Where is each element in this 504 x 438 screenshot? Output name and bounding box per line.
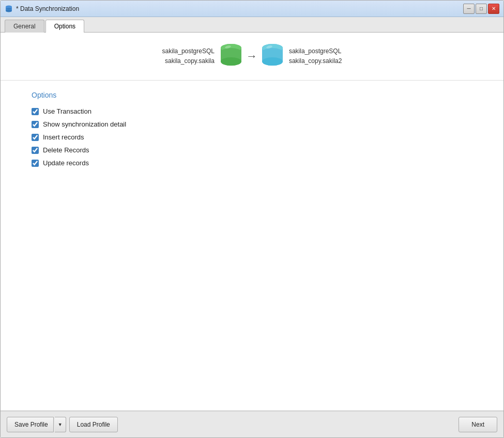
source-db-icon: [219, 43, 243, 70]
svg-point-4: [6, 9, 12, 12]
tab-options[interactable]: Options: [45, 20, 84, 33]
checkbox-row-delete-records: Delete Records: [32, 146, 472, 154]
checkbox-row-use-transaction: Use Transaction: [32, 107, 472, 115]
sync-arrow: →: [246, 50, 257, 63]
footer-left-buttons: Save Profile ▼ Load Profile: [7, 417, 118, 432]
title-bar-left: * Data Synchronization: [5, 5, 79, 13]
use-transaction-label[interactable]: Use Transaction: [43, 107, 91, 115]
options-title: Options: [32, 91, 472, 99]
checkbox-row-update-records: Update records: [32, 159, 472, 167]
use-transaction-checkbox[interactable]: [32, 108, 39, 115]
main-window: * Data Synchronization ─ □ ✕ General Opt…: [0, 0, 504, 438]
checkbox-row-show-sync-detail: Show synchronization detail: [32, 120, 472, 128]
window-icon: [5, 5, 13, 13]
load-profile-button[interactable]: Load Profile: [69, 417, 118, 432]
title-bar-controls: ─ □ ✕: [463, 4, 499, 14]
window-title: * Data Synchronization: [16, 5, 79, 12]
checkbox-row-insert-records: Insert records: [32, 133, 472, 141]
footer: Save Profile ▼ Load Profile Next: [1, 411, 503, 437]
sync-header: sakila_postgreSQL sakila_copy.sakila →: [1, 33, 503, 81]
save-profile-dropdown-button[interactable]: ▼: [55, 417, 66, 432]
tab-general[interactable]: General: [5, 20, 44, 33]
insert-records-checkbox[interactable]: [32, 134, 39, 141]
insert-records-label[interactable]: Insert records: [43, 133, 84, 141]
options-section: Options Use Transaction Show synchroniza…: [1, 81, 503, 411]
maximize-button[interactable]: □: [476, 4, 487, 14]
update-records-label[interactable]: Update records: [43, 159, 89, 167]
main-content: sakila_postgreSQL sakila_copy.sakila →: [1, 33, 503, 411]
delete-records-checkbox[interactable]: [32, 147, 39, 154]
update-records-checkbox[interactable]: [32, 160, 39, 167]
dest-db-icon: [260, 43, 285, 70]
dest-labels: sakila_postgreSQL sakila_copy.sakila2: [289, 46, 342, 66]
tab-bar: General Options: [1, 17, 503, 33]
save-profile-button[interactable]: Save Profile: [7, 417, 54, 432]
dest-line1: sakila_postgreSQL: [289, 46, 342, 56]
next-button[interactable]: Next: [459, 417, 497, 432]
show-sync-detail-checkbox[interactable]: [32, 121, 39, 128]
source-line1: sakila_postgreSQL: [162, 46, 215, 56]
delete-records-label[interactable]: Delete Records: [43, 146, 89, 154]
dest-line2: sakila_copy.sakila2: [289, 56, 342, 66]
close-button[interactable]: ✕: [488, 4, 499, 14]
title-bar: * Data Synchronization ─ □ ✕: [1, 1, 503, 17]
source-labels: sakila_postgreSQL sakila_copy.sakila: [162, 46, 215, 66]
show-sync-detail-label[interactable]: Show synchronization detail: [43, 120, 126, 128]
source-line2: sakila_copy.sakila: [162, 56, 215, 66]
svg-point-19: [262, 57, 283, 66]
svg-point-11: [221, 57, 241, 66]
minimize-button[interactable]: ─: [463, 4, 475, 14]
